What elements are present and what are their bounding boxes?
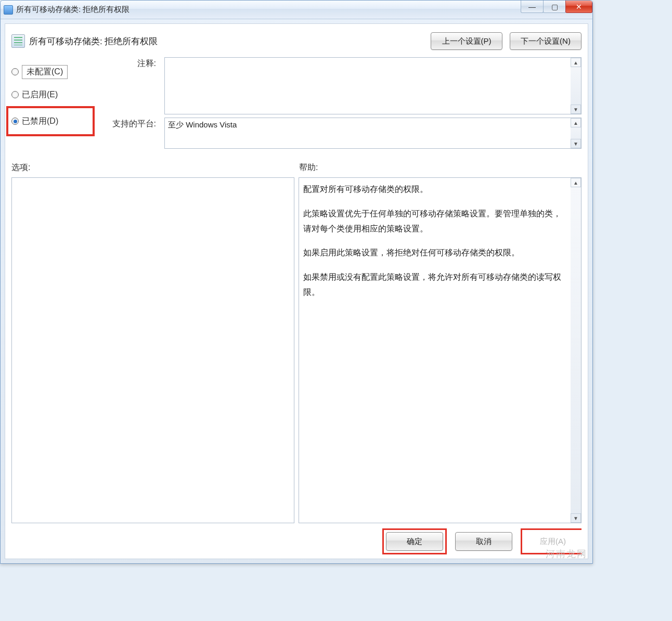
meta-fields: 注释: ▲ ▼ 支持的平台: 至少 Windows Vista ▲	[102, 57, 581, 152]
window-title: 所有可移动存储类: 拒绝所有权限	[16, 5, 130, 15]
options-panel	[11, 177, 294, 523]
ok-button-highlight: 确定	[382, 528, 447, 554]
policy-editor-window: 所有可移动存储类: 拒绝所有权限 — ▢ ✕ 所有可移动存储类: 拒绝所有权限 …	[0, 0, 593, 564]
scroll-down-icon[interactable]: ▼	[571, 139, 581, 148]
help-paragraph-3: 如果启用此策略设置，将拒绝对任何可移动存储类的权限。	[303, 245, 568, 261]
next-setting-button[interactable]: 下一个设置(N)	[510, 32, 581, 50]
next-setting-label: 下一个设置(N)	[521, 36, 571, 45]
titlebar: 所有可移动存储类: 拒绝所有权限 — ▢ ✕	[1, 1, 592, 19]
scroll-up-icon[interactable]: ▲	[571, 58, 581, 67]
supported-row: 支持的平台: 至少 Windows Vista ▲ ▼	[102, 118, 581, 149]
config-area: 未配置(C) 已启用(E) 已禁用(D) 注释:	[11, 57, 581, 152]
nav-buttons: 上一个设置(P) 下一个设置(N)	[431, 32, 581, 50]
app-icon	[4, 5, 13, 15]
comment-textarea[interactable]: ▲ ▼	[164, 57, 581, 114]
close-button[interactable]: ✕	[565, 1, 592, 13]
apply-button[interactable]: 应用(A)	[524, 532, 581, 551]
supported-label: 支持的平台:	[102, 118, 159, 130]
apply-button-highlight: 应用(A)	[521, 528, 581, 554]
header-left: 所有可移动存储类: 拒绝所有权限	[11, 34, 158, 48]
state-radio-group: 未配置(C) 已启用(E) 已禁用(D)	[11, 57, 95, 136]
comment-row: 注释: ▲ ▼	[102, 57, 581, 114]
previous-setting-label: 上一个设置(P)	[442, 36, 492, 45]
minimize-button[interactable]: —	[521, 1, 544, 13]
radio-enabled[interactable]: 已启用(E)	[11, 83, 95, 106]
cancel-button-label: 取消	[476, 537, 492, 546]
radio-enabled-indicator	[11, 91, 19, 98]
supported-box: 至少 Windows Vista ▲ ▼	[164, 118, 581, 149]
help-scrollbar[interactable]: ▲ ▼	[571, 178, 581, 523]
section-labels: 选项: 帮助:	[11, 162, 581, 173]
supported-scrollbar[interactable]: ▲ ▼	[571, 118, 581, 148]
window-controls: — ▢ ✕	[521, 1, 592, 13]
scroll-up-icon[interactable]: ▲	[571, 118, 581, 127]
radio-disabled-indicator	[11, 118, 19, 125]
radio-disabled-label: 已禁用(D)	[22, 116, 58, 127]
comment-scrollbar[interactable]: ▲ ▼	[571, 58, 581, 114]
panels-row: 配置对所有可移动存储类的权限。 此策略设置优先于任何单独的可移动存储策略设置。要…	[11, 177, 581, 523]
radio-disabled[interactable]: 已禁用(D)	[11, 116, 58, 127]
policy-icon	[11, 34, 25, 48]
supported-value: 至少 Windows Vista	[168, 120, 237, 129]
radio-disabled-highlight: 已禁用(D)	[6, 106, 95, 136]
help-label: 帮助:	[299, 162, 581, 173]
help-panel: 配置对所有可移动存储类的权限。 此策略设置优先于任何单独的可移动存储策略设置。要…	[299, 177, 581, 523]
cancel-button[interactable]: 取消	[455, 532, 512, 551]
scroll-down-icon[interactable]: ▼	[571, 105, 581, 114]
help-paragraph-4: 如果禁用或没有配置此策略设置，将允许对所有可移动存储类的读写权限。	[303, 270, 568, 300]
header-row: 所有可移动存储类: 拒绝所有权限 上一个设置(P) 下一个设置(N)	[11, 30, 581, 57]
scroll-up-icon[interactable]: ▲	[571, 178, 581, 187]
help-paragraph-2: 此策略设置优先于任何单独的可移动存储策略设置。要管理单独的类，请对每个类使用相应…	[303, 206, 568, 237]
radio-not-configured-indicator	[11, 68, 19, 75]
help-paragraph-1: 配置对所有可移动存储类的权限。	[303, 182, 568, 197]
radio-not-configured[interactable]: 未配置(C)	[11, 60, 95, 83]
radio-not-configured-label: 未配置(C)	[22, 65, 68, 79]
footer-buttons: 确定 取消 应用(A)	[11, 528, 581, 554]
comment-label: 注释:	[102, 57, 159, 69]
ok-button-label: 确定	[407, 537, 422, 546]
previous-setting-button[interactable]: 上一个设置(P)	[431, 32, 502, 50]
ok-button[interactable]: 确定	[386, 532, 443, 551]
apply-button-label: 应用(A)	[540, 537, 566, 547]
scroll-down-icon[interactable]: ▼	[571, 513, 581, 523]
maximize-button[interactable]: ▢	[543, 1, 566, 13]
radio-enabled-label: 已启用(E)	[22, 89, 58, 100]
content-area: 所有可移动存储类: 拒绝所有权限 上一个设置(P) 下一个设置(N) 未配置(C…	[5, 23, 588, 559]
policy-title: 所有可移动存储类: 拒绝所有权限	[29, 35, 158, 47]
options-label: 选项:	[11, 162, 294, 173]
